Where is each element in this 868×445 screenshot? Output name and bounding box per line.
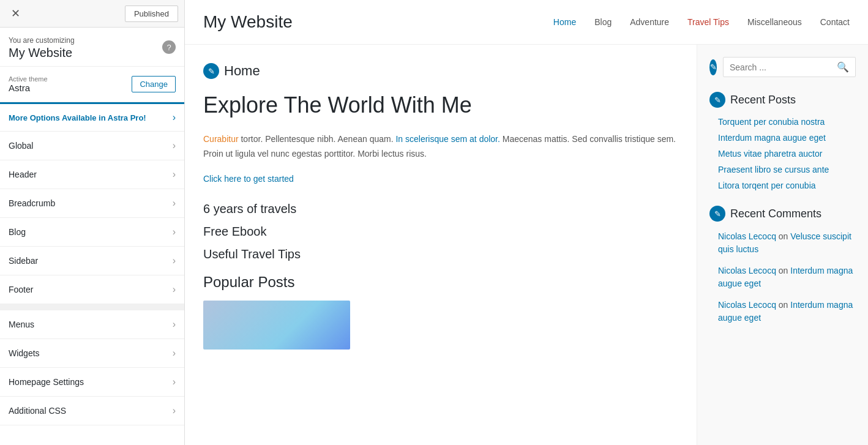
nav-item-miscellaneous[interactable]: Miscellaneous — [747, 17, 802, 27]
menu-item-header-chevron: › — [173, 169, 176, 180]
recent-posts-header: ✎ Recent Posts — [709, 92, 856, 108]
search-input[interactable] — [730, 62, 837, 72]
menu-item-homepage-settings[interactable]: Homepage Settings › — [0, 368, 184, 397]
menu-item-breadcrumb-chevron: › — [173, 198, 176, 209]
recent-post-0: Torquent per conubia nostra — [718, 116, 856, 127]
menu-item-additional-css[interactable]: Additional CSS › — [0, 397, 184, 425]
menu-item-header[interactable]: Header › — [0, 160, 184, 189]
recent-post-4: Litora torqent per conubia — [718, 180, 856, 191]
you-customizing-section: You are customizing My Website ? — [0, 28, 184, 67]
help-icon[interactable]: ? — [162, 40, 176, 54]
recent-post-link-2[interactable]: Metus vitae pharetra auctor — [718, 149, 822, 159]
menu-item-menus[interactable]: Menus › — [0, 310, 184, 339]
hero-text-span1: Curabitur — [203, 134, 239, 144]
close-button[interactable]: ✕ — [6, 4, 25, 23]
comment-on-0: on — [779, 231, 790, 241]
right-panel: My Website Home Blog Adventure Travel Ti… — [185, 0, 868, 445]
site-main: ✎ Home Explore The World With Me Curabit… — [185, 45, 697, 445]
recent-post-2: Metus vitae pharetra auctor — [718, 148, 856, 159]
cta-link[interactable]: Click here to get started — [203, 174, 294, 184]
menu-item-sidebar-chevron: › — [173, 255, 176, 266]
menu-item-footer[interactable]: Footer › — [0, 275, 184, 304]
menu-item-widgets[interactable]: Widgets › — [0, 339, 184, 368]
edit-recent-posts-button[interactable]: ✎ — [709, 92, 725, 108]
menu-group-secondary: Menus › Widgets › Homepage Settings › Ad… — [0, 310, 184, 425]
edit-search-pencil-icon: ✎ — [710, 62, 717, 72]
comment-author-link-2[interactable]: Nicolas Lecocq — [718, 300, 776, 310]
menu-item-blog[interactable]: Blog › — [0, 218, 184, 247]
sidebar-search-input-wrap: 🔍 — [723, 57, 856, 77]
site-nav: Home Blog Adventure Travel Tips Miscella… — [553, 17, 850, 27]
recent-posts-list: Torquent per conubia nostra Interdum mag… — [709, 116, 856, 191]
menu-item-global[interactable]: Global › — [0, 132, 184, 160]
menu-item-menus-label: Menus — [9, 320, 34, 329]
edit-recent-comments-button[interactable]: ✎ — [709, 206, 725, 222]
popular-posts-heading: Popular Posts — [203, 274, 678, 291]
menu-item-footer-chevron: › — [173, 284, 176, 295]
menu-item-homepage-settings-chevron: › — [173, 376, 176, 387]
menu-item-global-label: Global — [9, 141, 33, 151]
menu-item-widgets-chevron: › — [173, 348, 176, 359]
panel-section-spacer — [0, 304, 184, 310]
comment-on-2: on — [779, 300, 790, 310]
menu-item-header-label: Header — [9, 170, 37, 179]
recent-comments-title: Recent Comments — [730, 208, 821, 220]
site-header: My Website Home Blog Adventure Travel Ti… — [185, 0, 868, 45]
home-section-header: ✎ Home — [203, 63, 678, 79]
menu-item-homepage-settings-label: Homepage Settings — [9, 377, 84, 387]
menu-item-breadcrumb[interactable]: Breadcrumb › — [0, 189, 184, 218]
menu-item-menus-chevron: › — [173, 319, 176, 330]
menu-item-additional-css-label: Additional CSS — [9, 406, 66, 416]
change-theme-button[interactable]: Change — [132, 76, 176, 92]
post-thumbnail — [203, 301, 350, 350]
astra-pro-chevron-icon: › — [173, 112, 176, 123]
active-theme-name: Astra — [9, 83, 48, 93]
site-body: ✎ Home Explore The World With Me Curabit… — [185, 45, 868, 445]
hero-text-span2: In scelerisque sem at dolor. — [395, 134, 499, 144]
comment-author-link-1[interactable]: Nicolas Lecocq — [718, 266, 776, 275]
panel-topbar: ✕ Published — [0, 0, 184, 28]
comment-author-link-0[interactable]: Nicolas Lecocq — [718, 231, 776, 241]
hero-text: Curabitur tortor. Pellentesque nibh. Aen… — [203, 132, 678, 162]
site-sidebar: ✎ 🔍 ✎ Recent Posts Torquent per conubia … — [697, 45, 868, 445]
recent-post-link-4[interactable]: Litora torqent per conubia — [718, 181, 816, 190]
menu-item-sidebar[interactable]: Sidebar › — [0, 247, 184, 275]
feature-item-2: Useful Travel Tips — [203, 247, 678, 261]
recent-post-1: Interdum magna augue eget — [718, 132, 856, 143]
recent-post-link-0[interactable]: Torquent per conubia nostra — [718, 117, 825, 127]
you-customizing-label: You are customizing — [9, 36, 176, 45]
menu-item-blog-chevron: › — [173, 226, 176, 237]
edit-search-widget-button[interactable]: ✎ — [709, 59, 717, 75]
hero-heading: Explore The World With Me — [203, 91, 678, 120]
menu-group-main: Global › Header › Breadcrumb › Blog › Si… — [0, 132, 184, 304]
recent-post-3: Praesent libro se cursus ante — [718, 164, 856, 175]
feature-item-1: Free Ebook — [203, 225, 678, 239]
astra-pro-banner[interactable]: More Options Available in Astra Pro! › — [0, 102, 184, 132]
customizing-site-name: My Website — [9, 46, 176, 60]
theme-info: Active theme Astra — [9, 75, 48, 93]
pencil-icon: ✎ — [208, 67, 215, 76]
published-button[interactable]: Published — [125, 6, 178, 22]
feature-item-0: 6 years of travels — [203, 202, 678, 216]
search-submit-button[interactable]: 🔍 — [837, 61, 849, 73]
recent-posts-title: Recent Posts — [730, 94, 796, 107]
recent-post-link-3[interactable]: Praesent libro se cursus ante — [718, 165, 829, 174]
recent-post-link-1[interactable]: Interdum magna augue eget — [718, 133, 826, 143]
astra-pro-banner-text: More Options Available in Astra Pro! — [9, 113, 146, 122]
edit-recent-comments-pencil-icon: ✎ — [714, 209, 721, 219]
recent-comments-header: ✎ Recent Comments — [709, 206, 856, 222]
nav-item-home[interactable]: Home — [553, 17, 576, 27]
left-panel: ✕ Published You are customizing My Websi… — [0, 0, 185, 445]
nav-item-travel-tips[interactable]: Travel Tips — [687, 17, 729, 27]
menu-item-global-chevron: › — [173, 140, 176, 151]
comment-on-1: on — [779, 266, 790, 275]
nav-item-contact[interactable]: Contact — [820, 17, 850, 27]
active-theme-row: Active theme Astra Change — [0, 67, 184, 102]
recent-posts-widget: ✎ Recent Posts Torquent per conubia nost… — [709, 92, 856, 191]
edit-home-section-button[interactable]: ✎ — [203, 63, 219, 79]
nav-item-blog[interactable]: Blog — [594, 17, 612, 27]
active-theme-label: Active theme — [9, 75, 48, 83]
recent-comments-widget: ✎ Recent Comments Nicolas Lecocq on Velu… — [709, 206, 856, 324]
feature-list: 6 years of travels Free Ebook Useful Tra… — [203, 202, 678, 261]
nav-item-adventure[interactable]: Adventure — [630, 17, 669, 27]
